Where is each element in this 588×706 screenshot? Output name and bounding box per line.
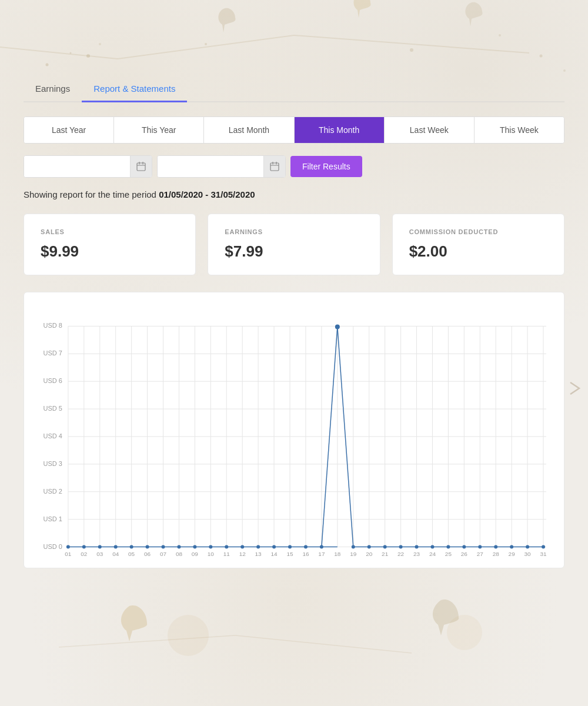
svg-text:USD 1: USD 1: [44, 515, 62, 522]
svg-text:21: 21: [382, 551, 389, 556]
svg-point-81: [130, 545, 133, 549]
end-date-input[interactable]: [158, 156, 263, 177]
end-calendar-button[interactable]: [263, 156, 285, 177]
svg-point-104: [494, 545, 497, 549]
svg-text:USD 0: USD 0: [44, 543, 62, 550]
svg-text:USD 7: USD 7: [44, 349, 62, 357]
svg-text:30: 30: [524, 551, 532, 556]
svg-point-83: [162, 545, 165, 549]
svg-point-93: [320, 545, 323, 549]
svg-point-105: [510, 545, 513, 549]
filter-results-button[interactable]: Filter Results: [290, 156, 362, 177]
svg-point-14: [168, 615, 209, 656]
svg-text:02: 02: [81, 551, 88, 556]
svg-rect-16: [137, 163, 145, 171]
svg-rect-20: [270, 163, 279, 171]
svg-text:05: 05: [128, 551, 135, 556]
calendar-icon: [136, 162, 146, 171]
sales-value: $9.99: [41, 242, 179, 261]
svg-point-92: [304, 545, 308, 549]
svg-point-99: [415, 545, 419, 549]
svg-text:01: 01: [65, 551, 72, 556]
period-btn-last-month[interactable]: Last Month: [204, 117, 294, 143]
period-btn-this-week[interactable]: This Week: [475, 117, 564, 143]
sales-label: SALES: [41, 228, 179, 235]
svg-text:27: 27: [477, 551, 484, 556]
earnings-chart: USD 0 USD 1 USD 2 USD 3 USD 4 USD 5 USD …: [36, 309, 552, 556]
svg-point-80: [114, 545, 118, 549]
commission-label: COMMISSION DEDUCTED: [409, 228, 547, 235]
start-date-group: [24, 155, 152, 178]
svg-point-101: [446, 545, 450, 549]
period-btn-this-month[interactable]: This Month: [295, 117, 385, 143]
earnings-value: $7.99: [225, 242, 363, 261]
svg-text:10: 10: [208, 551, 215, 556]
start-calendar-button[interactable]: [130, 156, 152, 177]
date-filter-row: Filter Results: [24, 155, 564, 178]
svg-line-75: [338, 327, 353, 547]
calendar-icon: [270, 162, 279, 171]
svg-text:04: 04: [112, 551, 119, 556]
chart-container: USD 0 USD 1 USD 2 USD 3 USD 4 USD 5 USD …: [24, 292, 564, 568]
svg-text:17: 17: [318, 551, 325, 556]
svg-text:09: 09: [192, 551, 199, 556]
svg-text:20: 20: [366, 551, 373, 556]
svg-point-79: [98, 545, 102, 549]
svg-line-74: [322, 327, 338, 547]
svg-text:25: 25: [445, 551, 452, 556]
svg-point-106: [526, 545, 529, 549]
svg-text:USD 4: USD 4: [44, 432, 62, 439]
tabs-nav: Earnings Report & Statements: [24, 76, 564, 102]
svg-text:USD 6: USD 6: [44, 377, 62, 384]
svg-point-107: [542, 545, 545, 549]
svg-text:22: 22: [397, 551, 405, 556]
svg-point-84: [177, 545, 181, 549]
earnings-label: EARNINGS: [225, 228, 363, 235]
svg-point-15: [447, 615, 482, 650]
svg-point-85: [193, 545, 196, 549]
commission-card: COMMISSION DEDUCTED $2.00: [392, 214, 564, 275]
svg-point-96: [368, 545, 371, 549]
svg-text:28: 28: [493, 551, 500, 556]
period-filter-bar: Last Year This Year Last Month This Mont…: [24, 116, 564, 144]
report-period-range: 01/05/2020 - 31/05/2020: [159, 189, 255, 199]
svg-text:15: 15: [286, 551, 293, 556]
tab-earnings[interactable]: Earnings: [24, 76, 82, 102]
svg-point-78: [82, 545, 86, 549]
tab-report-statements[interactable]: Report & Statements: [82, 76, 187, 102]
svg-point-91: [288, 545, 292, 549]
svg-text:29: 29: [509, 551, 516, 556]
svg-text:26: 26: [461, 551, 468, 556]
svg-point-103: [478, 545, 482, 549]
svg-text:18: 18: [334, 551, 341, 556]
report-period-prefix: Showing report for the time period: [24, 189, 159, 199]
svg-point-94: [335, 324, 340, 329]
svg-point-98: [399, 545, 403, 549]
svg-point-88: [240, 545, 244, 549]
svg-text:23: 23: [413, 551, 420, 556]
start-date-input[interactable]: [24, 156, 130, 177]
end-date-group: [157, 155, 286, 178]
svg-point-89: [256, 545, 260, 549]
svg-point-100: [430, 545, 434, 549]
svg-text:12: 12: [239, 551, 246, 556]
svg-point-87: [225, 545, 228, 549]
svg-text:USD 3: USD 3: [44, 460, 62, 467]
svg-point-86: [209, 545, 212, 549]
svg-text:31: 31: [540, 551, 547, 556]
svg-text:14: 14: [271, 551, 278, 556]
svg-text:13: 13: [255, 551, 262, 556]
period-btn-last-week[interactable]: Last Week: [385, 117, 475, 143]
svg-text:07: 07: [160, 551, 167, 556]
svg-point-97: [383, 545, 387, 549]
svg-point-90: [272, 545, 276, 549]
svg-text:08: 08: [176, 551, 183, 556]
svg-text:19: 19: [350, 551, 357, 556]
svg-line-13: [235, 635, 412, 653]
period-btn-last-year[interactable]: Last Year: [24, 117, 114, 143]
period-btn-this-year[interactable]: This Year: [114, 117, 204, 143]
svg-text:USD 5: USD 5: [44, 405, 62, 412]
svg-text:11: 11: [223, 551, 230, 556]
svg-point-77: [66, 545, 70, 549]
svg-point-82: [146, 545, 149, 549]
